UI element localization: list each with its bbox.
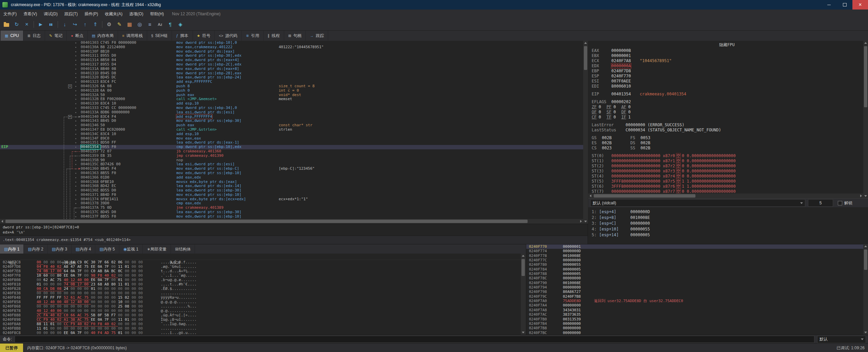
dump-tab-内存 1[interactable]: ▤内存 1 xyxy=(0,244,24,254)
tab-引用[interactable]: ※引用 xyxy=(242,31,263,41)
scroll-left-icon[interactable] xyxy=(1,220,3,223)
segment-row[interactable]: CS0023SS002B xyxy=(592,146,863,151)
scroll-down-icon[interactable] xyxy=(522,332,525,333)
dump-tab-内存 3[interactable]: ▤内存 3 xyxy=(48,244,72,254)
scroll-up-icon[interactable] xyxy=(864,42,867,44)
breakpoint-dot[interactable] xyxy=(75,160,76,161)
segment-row[interactable]: ES002BDS002B xyxy=(592,141,863,146)
register-row-ecx[interactable]: ECX0240F7A8"10445678951" xyxy=(592,58,863,63)
scroll-down-icon[interactable] xyxy=(864,195,867,197)
step-over-button[interactable]: ↪ xyxy=(70,20,80,29)
breakpoint-dot[interactable] xyxy=(75,55,76,56)
flags-row[interactable]: CF0TF0IF1 xyxy=(592,115,863,120)
stack-row[interactable]: 0240F7900010008E xyxy=(526,281,868,285)
close-button[interactable]: × xyxy=(22,20,32,29)
hex-dump-row[interactable]: 0240F86800000000000000000000000025080000… xyxy=(0,304,526,309)
flag-name[interactable]: OF xyxy=(592,110,596,114)
command-profile-select[interactable]: 默认 xyxy=(817,336,866,343)
disassembly-vscrollbar[interactable] xyxy=(583,41,588,224)
breakpoint-dot[interactable] xyxy=(75,60,76,61)
scroll-up-icon[interactable] xyxy=(522,255,525,257)
scroll-thumb[interactable] xyxy=(594,194,695,198)
breakpoint-dot[interactable] xyxy=(75,42,76,43)
disassembly-hscrollbar[interactable] xyxy=(0,219,583,224)
breakpoint-dot[interactable] xyxy=(75,125,76,126)
stack-row[interactable]: 0240F7AC38373635 xyxy=(526,312,868,317)
menu-item[interactable]: 文件(F) xyxy=(0,12,20,16)
fpu-row-x87r0[interactable]: ST(0)00000000000000000000 x87r0空0 0.0000… xyxy=(592,153,863,159)
argument-count-spinner[interactable]: 5 xyxy=(808,199,833,207)
scroll-thumb[interactable] xyxy=(584,46,587,70)
unlock-checkbox-wrap[interactable]: 解锁 xyxy=(838,200,852,206)
flag-name[interactable]: PF xyxy=(607,105,611,109)
disasm-row[interactable]: 004013718B4D F0mov ecx,dword ptr ss:[ebp… xyxy=(0,193,583,197)
hex-dump-row[interactable]: 0240F898CCF94002A138AC75EE0A7F0011010000… xyxy=(0,317,526,322)
registers-hscrollbar[interactable] xyxy=(588,193,863,198)
disasm-row[interactable]: 004013266A 08push 8size_t count = 8 xyxy=(0,84,583,89)
disasm-row[interactable]: 004013178955 D4mov dword ptr ss:[ebp-2C]… xyxy=(0,62,583,67)
scroll-left-icon[interactable] xyxy=(590,194,591,197)
disasm-row[interactable]: 0040137C8D45 D0lea eax,dword ptr ss:[ebp… xyxy=(0,210,583,215)
registers-vscrollbar[interactable] xyxy=(863,41,868,198)
run-button[interactable]: ▶ xyxy=(36,20,45,29)
stack-row[interactable]: 0240F79400000000 xyxy=(526,285,868,290)
disasm-row[interactable]: 00401359EB 35jmp crakmeeasy.401390 xyxy=(0,154,583,158)
stack-row[interactable]: 0240F78C00000000 xyxy=(526,276,868,280)
disasm-row[interactable]: 0040134C83C4 10add esp,10 xyxy=(0,132,583,136)
menu-item[interactable]: 查看(V) xyxy=(20,12,40,16)
scroll-down-icon[interactable] xyxy=(864,332,867,333)
stack-row[interactable]: 0240F7B000313539 xyxy=(526,317,868,321)
hex-dump-row[interactable]: 0240F8B811010000000000000000000000000000… xyxy=(0,326,526,331)
flags-row[interactable]: ZF0PF0AF0 xyxy=(592,105,863,110)
flag-name[interactable]: SF xyxy=(607,110,611,114)
breakpoint-dot[interactable] xyxy=(75,194,76,196)
breakpoint-dot[interactable] xyxy=(75,186,76,187)
breakpoint-dot[interactable] xyxy=(75,164,76,165)
breakpoint-dot[interactable] xyxy=(75,95,76,96)
hide-fpu-button[interactable]: 隐藏FPU xyxy=(717,42,737,48)
scroll-thumb[interactable] xyxy=(864,46,867,107)
run-to-user-code-button[interactable]: ⇑ xyxy=(91,20,100,29)
register-row-edx[interactable]: EDX0000000A xyxy=(592,63,863,69)
tab-符号[interactable]: ★符号 xyxy=(193,31,215,41)
dump-tab-内存 4[interactable]: ▤内存 4 xyxy=(72,244,95,254)
dump-tab-内存 2[interactable]: ▤内存 2 xyxy=(24,244,47,254)
open-file-button[interactable] xyxy=(2,20,11,29)
tab-线程[interactable]: ∥线程 xyxy=(264,31,284,41)
stack-row[interactable]: 0240F7780010008E xyxy=(526,254,868,258)
tab-跟踪[interactable]: →跟踪 xyxy=(306,31,328,41)
hex-dump-pane[interactable]: 地址十六进制ASCII 0240F7C8000000003814C90C307F… xyxy=(0,254,526,335)
stack-pane[interactable]: 0240F770000000010240F7740000000D0240F778… xyxy=(526,244,868,335)
menu-item[interactable]: 帮助(H) xyxy=(147,12,167,16)
tab-日志[interactable]: ≣日志 xyxy=(23,31,45,41)
fold-icon[interactable] xyxy=(68,85,72,88)
flag-name[interactable]: TF xyxy=(607,115,611,119)
disasm-row[interactable]: 0040136E8D55 D0lea edx,dword ptr ss:[ebp… xyxy=(0,188,583,193)
flag-name[interactable]: IF xyxy=(621,115,626,119)
hex-dump-row[interactable]: 0240F8080062AC7540124000E60A7F0001000000… xyxy=(0,278,526,282)
breakpoint-dot[interactable] xyxy=(75,73,76,74)
argument-row[interactable]: 4:[esp+10]00000055 xyxy=(592,226,868,232)
stack-row[interactable]: 0240F7740000000D xyxy=(526,249,868,253)
breakpoint-dot[interactable] xyxy=(75,190,76,191)
tab-调用堆栈[interactable]: ≡调用堆栈 xyxy=(118,31,147,41)
restart-button[interactable]: ↻ xyxy=(12,20,21,29)
fpu-row-x87r6[interactable]: ST(6)3FFF8000000000000000 x87r6空1 1.0000… xyxy=(592,184,863,189)
hex-dump-row[interactable]: 0240F82800CAD808240000000100000000000000… xyxy=(0,286,526,291)
breakpoint-dot[interactable] xyxy=(75,138,76,139)
close-button[interactable] xyxy=(852,0,868,10)
argument-row[interactable]: 2:[esp+8]0010008E xyxy=(592,215,868,221)
minimize-button[interactable] xyxy=(821,0,837,10)
stack-row[interactable]: 0240F78400000005 xyxy=(526,267,868,272)
stack-row[interactable]: 0240F7BC00000000 xyxy=(526,331,868,335)
register-row-edi[interactable]: EDI80006010 xyxy=(592,84,863,89)
dump-tab-结构体[interactable]: ⊞结构体 xyxy=(171,244,195,254)
references-button[interactable]: ≡ xyxy=(145,20,155,29)
settings-button[interactable]: ⚙ xyxy=(104,20,114,29)
tab-笔记[interactable]: ✎笔记 xyxy=(45,31,67,41)
flag-name[interactable]: ZF xyxy=(592,105,596,109)
register-row-eip[interactable]: EIP00401354crakmeeasy.00401354 xyxy=(592,92,863,97)
breakpoint-dot[interactable] xyxy=(75,173,76,174)
breakpoint-dot[interactable] xyxy=(75,81,76,82)
flag-name[interactable]: CF xyxy=(592,115,596,119)
